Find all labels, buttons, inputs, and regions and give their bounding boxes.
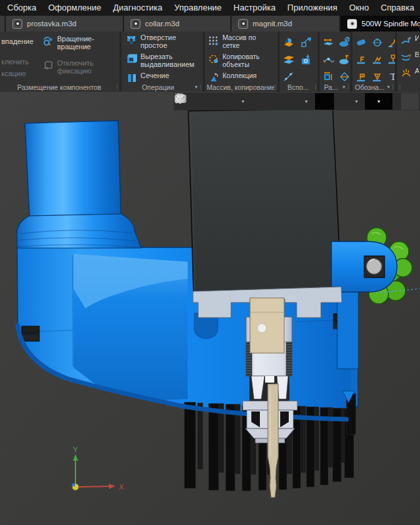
section-dropdown-icon[interactable]: ▼	[194, 85, 199, 89]
wireframe-view-button[interactable]	[335, 93, 352, 110]
menu-help[interactable]: Справка	[375, 0, 420, 16]
knob-shaft-pin	[367, 259, 382, 274]
section-grip-icon[interactable]: ⁞	[200, 84, 201, 91]
tab-strip-edge	[0, 16, 6, 32]
section-view-icon	[125, 72, 138, 82]
section-view-command[interactable]: Сечение	[125, 72, 201, 82]
clipped-command-1[interactable]: ? И	[400, 34, 417, 47]
svg-text:?: ?	[408, 53, 411, 59]
menu-diagnostics[interactable]: Диагностика	[107, 0, 168, 16]
menu-applications[interactable]: Приложения	[282, 0, 343, 16]
section-grip-icon[interactable]: ⁞	[399, 84, 400, 91]
local-view-icon[interactable]	[299, 52, 314, 68]
document-tab-bar: prostavka.m3d collar.m3d magnit.m3d 500W…	[0, 16, 420, 32]
capsule-notation-icon[interactable]	[354, 35, 369, 51]
radial-dimension-icon[interactable]	[322, 52, 336, 68]
disable-fix-command: Отключить фиксацию	[42, 59, 118, 75]
kompas3d-window: Сборка Оформление Диагностика Управление…	[0, 0, 420, 525]
housing-tube[interactable]	[25, 121, 121, 216]
geometry-collection-command[interactable]: Коллекция геометрии	[207, 72, 276, 82]
section-title-placement: Размещение компонентов	[2, 83, 116, 91]
ribbon-section-array-copy: Массив по сетке Копировать объекты Колле…	[205, 32, 280, 92]
hide-objects-button[interactable]: ▼	[365, 93, 392, 110]
angle-dimension-icon[interactable]	[337, 52, 350, 68]
section-dropdown-icon[interactable]: ▼	[387, 85, 391, 89]
tab-label: collar.m3d	[145, 20, 179, 28]
view-toolbar: ▼ ▼ ▼ ▼	[174, 93, 420, 110]
triad-dropdown-icon[interactable]: ▼	[303, 99, 309, 104]
section-grip-icon[interactable]: ⁞	[274, 84, 276, 91]
datum-notation-icon[interactable]	[386, 52, 395, 68]
rotation-rotation-icon	[42, 35, 54, 47]
tab-prostavka[interactable]: prostavka.m3d	[6, 16, 124, 32]
simple-hole-icon	[125, 33, 138, 46]
shaded-view-button[interactable]	[315, 93, 334, 110]
flag-notation-icon[interactable]	[354, 69, 369, 82]
menu-management[interactable]: Управление	[169, 0, 228, 16]
section-grip-icon[interactable]: ⁞	[392, 84, 393, 91]
housing-collar	[17, 214, 141, 248]
menu-assembly[interactable]: Сборка	[1, 0, 43, 16]
coincidence-command[interactable]: впадение	[1, 37, 41, 45]
ribbon-section-clipped: ? И ? В А ⁞	[397, 32, 419, 92]
stamp-form-icon	[400, 67, 412, 79]
tab-magnit[interactable]: magnit.m3d	[232, 16, 341, 32]
hide-dropdown-icon[interactable]: ▼	[375, 99, 382, 104]
ribbon-section-dimensions: Ра... ▼ ⁞	[320, 32, 352, 92]
leader-line-icon[interactable]	[386, 35, 395, 51]
section-dropdown-icon[interactable]: ▼	[342, 85, 346, 89]
leader-dimension-icon[interactable]	[322, 69, 336, 82]
section-grip-icon[interactable]: ⁞	[314, 84, 316, 91]
section-grip-icon[interactable]: ⁞	[116, 84, 117, 91]
control-point-icon[interactable]	[299, 35, 314, 51]
orient-up-icon[interactable]	[251, 93, 268, 110]
grid-array-command[interactable]: Массив по сетке	[207, 33, 276, 49]
grid-array-icon	[207, 33, 220, 46]
coordinate-plane-icon[interactable]	[282, 35, 296, 51]
copy-objects-command[interactable]: Копировать объекты	[207, 52, 276, 68]
diameter-dimension-icon[interactable]	[337, 35, 350, 51]
unbend-sheet-icon: ?	[400, 51, 412, 63]
part-document-icon	[131, 19, 140, 29]
volume-dimension-icon[interactable]	[337, 69, 350, 82]
clipped-command-2[interactable]: ? В	[400, 51, 417, 63]
axis-line-icon[interactable]	[282, 69, 296, 82]
cut-extrude-command[interactable]: Вырезать выдавливанием	[125, 52, 201, 68]
roughness-notation-icon[interactable]	[370, 52, 385, 68]
simple-hole-command[interactable]: Отверстие простое	[125, 33, 201, 49]
triad-orientation-icon[interactable]	[285, 93, 302, 110]
menu-bar: Сборка Оформление Диагностика Управление…	[0, 0, 420, 16]
clipped-command-3[interactable]: А	[400, 67, 417, 79]
zoom-area-icon[interactable]	[222, 93, 239, 110]
cut-extrude-icon	[125, 52, 138, 65]
shaft-block[interactable]	[250, 298, 284, 353]
copy-objects-icon	[207, 52, 220, 65]
auto-dimension-icon[interactable]	[322, 35, 336, 51]
bend-sheet-icon: ?	[400, 34, 412, 47]
zoom-dropdown-icon[interactable]: ▼	[240, 99, 246, 104]
move-view-icon[interactable]	[268, 93, 285, 110]
wireframe-dropdown-icon[interactable]: ▼	[353, 99, 360, 104]
text-label-icon[interactable]: T	[386, 69, 395, 82]
assembly-3d-view[interactable]: Y X	[0, 92, 420, 525]
tab-collar[interactable]: collar.m3d	[124, 16, 232, 32]
offset-plane-icon[interactable]	[282, 52, 296, 68]
tolerance-notation-icon[interactable]	[370, 69, 385, 82]
rotation-rotation-command[interactable]: Вращение-вращение	[42, 35, 118, 51]
image-capture-icon[interactable]	[401, 93, 419, 110]
revolution-notation-icon[interactable]	[370, 35, 385, 51]
menu-styling[interactable]: Оформление	[43, 0, 108, 16]
ribbon-section-auxiliary: Вспо... ⁞	[280, 32, 320, 92]
section-grip-icon[interactable]: ⁞	[347, 84, 348, 91]
model-viewport[interactable]: Y X ▼	[0, 92, 420, 525]
mark-notation-icon[interactable]	[354, 52, 369, 68]
menu-window[interactable]: Окно	[343, 0, 375, 16]
tab-spindle-motor-active[interactable]: 500W Spindle Moto	[341, 16, 420, 32]
collet-top	[265, 376, 274, 383]
motor-part[interactable]	[188, 109, 341, 296]
part-document-icon	[238, 19, 248, 29]
section-title-operations: Операции	[123, 83, 193, 91]
sketch-on-plane-icon[interactable]	[201, 93, 217, 110]
enable-fix-command: ключить	[1, 58, 29, 66]
menu-settings[interactable]: Настройка	[228, 0, 282, 16]
